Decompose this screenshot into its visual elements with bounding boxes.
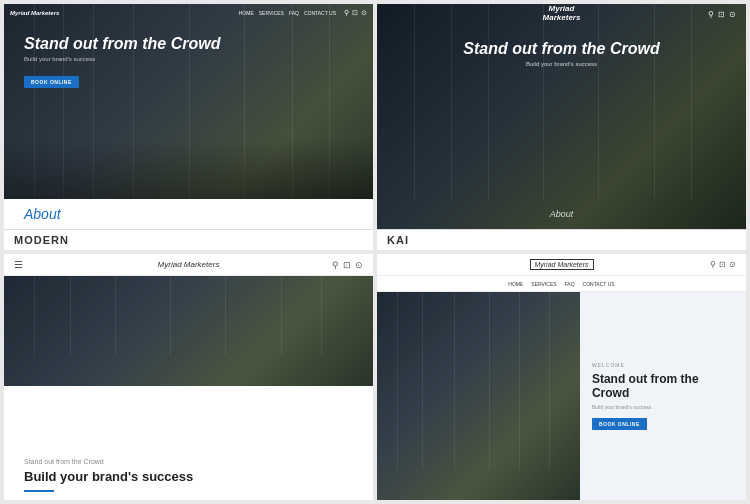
arch-decoration-kai — [377, 4, 746, 199]
hero-subtitle: Build your brand's success — [24, 56, 220, 62]
theme-card-split: Myriad Marketers ⚲ ⊡ ⊙ HOME SERVICES FAQ… — [377, 254, 746, 500]
navbar-minimal: ☰ Myriad Marketers ⚲ ⊡ ⊙ — [4, 254, 373, 276]
scene-decoration — [4, 139, 373, 199]
site-logo-kai: Myriad Marketers — [543, 5, 581, 23]
arch-decoration-minimal — [4, 276, 373, 356]
cart-icon[interactable]: ⊡ — [352, 9, 358, 17]
split-welcome-text: WELCOME — [592, 362, 734, 368]
nav-contact[interactable]: CONTACT US — [304, 10, 336, 16]
kai-about: About — [550, 203, 574, 221]
split-nav-services[interactable]: SERVICES — [531, 281, 556, 287]
user-icon-minimal[interactable]: ⊙ — [355, 260, 363, 270]
search-icon-kai[interactable]: ⚲ — [708, 10, 714, 19]
navbar-modern: Myriad Marketers HOME SERVICES FAQ CONTA… — [4, 4, 373, 22]
about-link[interactable]: About — [24, 206, 61, 222]
minimal-small-text: Stand out from the Crowd — [24, 458, 353, 465]
arch-decoration-split — [377, 292, 580, 470]
minimal-content: Stand out from the Crowd Build your bran… — [4, 446, 373, 500]
logo-line2: Marketers — [543, 14, 581, 23]
user-icon-split[interactable]: ⊙ — [729, 260, 736, 269]
theme-preview-modern: Myriad Marketers HOME SERVICES FAQ CONTA… — [4, 4, 373, 229]
navbar-kai: Myriad Marketers ⚲ ⊡ ⊙ — [377, 4, 746, 24]
cart-icon-minimal[interactable]: ⊡ — [343, 260, 351, 270]
kai-hero-content: Stand out from the Crowd Build your bran… — [462, 39, 662, 67]
split-nav-home[interactable]: HOME — [508, 281, 523, 287]
user-icon-kai[interactable]: ⊙ — [729, 10, 736, 19]
hamburger-icon[interactable]: ☰ — [14, 259, 23, 270]
split-nav-faq[interactable]: FAQ — [565, 281, 575, 287]
theme-card-modern: Myriad Marketers HOME SERVICES FAQ CONTA… — [4, 4, 373, 250]
search-icon-split[interactable]: ⚲ — [710, 260, 716, 269]
nav-home[interactable]: HOME — [239, 10, 254, 16]
minimal-nav-icons: ⚲ ⊡ ⊙ — [332, 260, 363, 270]
kai-hero-title: Stand out from the Crowd — [462, 39, 662, 58]
site-logo: Myriad Marketers — [10, 10, 59, 16]
user-icon[interactable]: ⊙ — [361, 9, 367, 17]
split-nav-contact[interactable]: CONTACT US — [583, 281, 615, 287]
theme-preview-split: Myriad Marketers ⚲ ⊡ ⊙ HOME SERVICES FAQ… — [377, 254, 746, 500]
split-nav-icons: ⚲ ⊡ ⊙ — [710, 260, 736, 269]
kai-about-text[interactable]: About — [550, 209, 574, 219]
minimal-hero — [4, 276, 373, 386]
split-nav-links-row: HOME SERVICES FAQ CONTACT US — [377, 276, 746, 292]
hero-content: Stand out from the Crowd Build your bran… — [24, 34, 220, 88]
split-hero-image — [377, 292, 580, 500]
search-icon-minimal[interactable]: ⚲ — [332, 260, 339, 270]
hero-title: Stand out from the Crowd — [24, 34, 220, 53]
split-hero-subtitle: Build your brand's success — [592, 404, 734, 410]
theme-name-label-kai: KAI — [377, 229, 746, 250]
site-logo-split: Myriad Marketers — [529, 259, 593, 270]
nav-services[interactable]: SERVICES — [259, 10, 284, 16]
theme-card-minimal: ☰ Myriad Marketers ⚲ ⊡ ⊙ Stand out from — [4, 254, 373, 500]
minimal-divider — [24, 490, 54, 492]
site-logo-minimal: Myriad Marketers — [158, 260, 220, 269]
nav-links: HOME SERVICES FAQ CONTACT US — [239, 10, 336, 16]
split-body: WELCOME Stand out from the Crowd Build y… — [377, 292, 746, 500]
nav-faq[interactable]: FAQ — [289, 10, 299, 16]
cta-button[interactable]: BOOK ONLINE — [24, 76, 79, 88]
kai-nav-icons: ⚲ ⊡ ⊙ — [708, 10, 736, 19]
kai-hero-subtitle: Build your brand's success — [462, 61, 662, 67]
theme-name-label: MODERN — [4, 229, 373, 250]
theme-card-kai: Myriad Marketers ⚲ ⊡ ⊙ Stand out from th… — [377, 4, 746, 250]
nav-icons: ⚲ ⊡ ⊙ — [344, 9, 367, 17]
split-cta-button[interactable]: BOOK ONLINE — [592, 418, 647, 430]
theme-preview-kai: Myriad Marketers ⚲ ⊡ ⊙ Stand out from th… — [377, 4, 746, 229]
split-hero-title: Stand out from the Crowd — [592, 372, 734, 401]
search-icon[interactable]: ⚲ — [344, 9, 349, 17]
cart-icon-kai[interactable]: ⊡ — [718, 10, 725, 19]
minimal-hero-title: Build your brand's success — [24, 469, 353, 484]
navbar-split: Myriad Marketers ⚲ ⊡ ⊙ — [377, 254, 746, 276]
about-section: About — [4, 199, 373, 229]
cart-icon-split[interactable]: ⊡ — [719, 260, 726, 269]
theme-preview-minimal: ☰ Myriad Marketers ⚲ ⊡ ⊙ Stand out from — [4, 254, 373, 500]
split-content-panel: WELCOME Stand out from the Crowd Build y… — [580, 292, 746, 500]
